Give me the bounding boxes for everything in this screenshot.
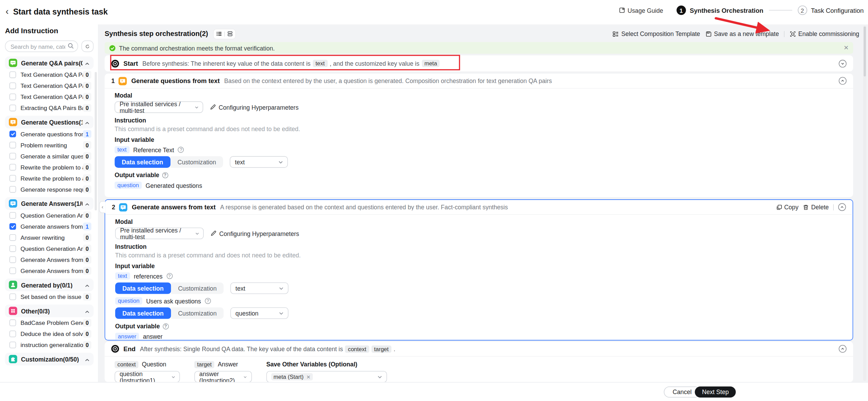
checkbox[interactable] xyxy=(9,212,16,219)
checkbox[interactable] xyxy=(9,293,16,300)
sidebar-item[interactable]: BadCase Problem Generaliz...0 xyxy=(5,317,93,328)
sidebar-item[interactable]: Generate response requirem...0 xyxy=(5,184,93,195)
sidebar-group-header[interactable]: Other(0/3) xyxy=(5,304,93,317)
count-badge: 0 xyxy=(83,341,91,349)
enable-commissioning-button[interactable]: Enable commissioning xyxy=(789,30,859,37)
checkbox[interactable] xyxy=(9,71,16,78)
checkbox[interactable] xyxy=(9,223,16,230)
refresh-button[interactable] xyxy=(81,40,93,52)
view-toggle[interactable] xyxy=(213,29,235,38)
end-node-card[interactable]: End After synthesis: Single Round QA dat… xyxy=(104,341,853,382)
sidebar-item-label: BadCase Problem Generaliz... xyxy=(20,319,83,326)
collapse-panel-handle[interactable]: ‹ xyxy=(99,201,105,213)
save-other-variables-select[interactable]: meta (Start) ✕ xyxy=(266,371,387,382)
sidebar-item[interactable]: Answer rewriting0 xyxy=(5,232,93,243)
modal-select[interactable]: Pre installed services / multi-test xyxy=(115,101,203,113)
checkbox[interactable] xyxy=(9,82,16,89)
list-view-icon[interactable] xyxy=(216,31,222,37)
checkbox[interactable] xyxy=(9,245,16,252)
chevron-up-icon[interactable] xyxy=(85,199,90,209)
checkbox[interactable] xyxy=(9,164,16,171)
tab-data-selection[interactable]: Data selection xyxy=(115,156,170,168)
input-value-select[interactable]: text xyxy=(230,156,288,168)
delete-button[interactable]: Delete xyxy=(803,204,829,210)
chevron-up-icon[interactable] xyxy=(85,117,90,127)
sidebar-item[interactable]: Text Generation Q&A Pair_Tr...0 xyxy=(5,69,93,80)
tab-customization[interactable]: Customization xyxy=(170,156,223,168)
instruction-1-description: Based on the context entered by the user… xyxy=(224,78,839,84)
sidebar-group-header[interactable]: Generate Q&A pairs(0/4) xyxy=(5,56,93,69)
checkbox[interactable] xyxy=(9,330,16,337)
instruction-card-2[interactable]: ‹ 2 Generate answers from text A respons… xyxy=(104,199,853,340)
checkbox[interactable] xyxy=(9,175,16,182)
target-source-select[interactable]: answer (Instruction2) xyxy=(194,371,252,382)
sidebar-group-header[interactable]: Customization(0/50) xyxy=(5,353,93,365)
next-step-button[interactable]: Next Step xyxy=(695,386,736,398)
back-icon[interactable]: ‹ xyxy=(6,6,9,17)
sidebar-item[interactable]: Rewrite the problem to a low...0 xyxy=(5,162,93,173)
checkbox[interactable] xyxy=(9,234,16,241)
sidebar-item[interactable]: Rewrite the problem to a high...0 xyxy=(5,173,93,184)
instruction-card-1[interactable]: 1 ? Generate questions from text Based o… xyxy=(104,74,853,197)
chevron-up-icon[interactable] xyxy=(85,58,90,68)
tab-data-selection[interactable]: Data selection xyxy=(115,282,171,294)
remove-tag-icon[interactable]: ✕ xyxy=(307,374,311,380)
checkbox[interactable] xyxy=(9,256,16,263)
tab-data-selection[interactable]: Data selection xyxy=(115,307,171,319)
sidebar-item[interactable]: Text Generation Q&A Pair_Fil...0 xyxy=(5,80,93,91)
sidebar-item[interactable]: Question Generation Answers0 xyxy=(5,210,93,221)
sidebar-item[interactable]: Problem rewriting0 xyxy=(5,139,93,151)
checkbox[interactable] xyxy=(9,142,16,148)
sidebar-item[interactable]: Extracting Q&A Pairs Based ...0 xyxy=(5,102,93,113)
sidebar-group-header[interactable]: ?Generate Questions(1/6) xyxy=(5,116,93,128)
tab-customization[interactable]: Customization xyxy=(171,307,224,319)
expand-button[interactable] xyxy=(839,60,846,67)
chevron-up-icon[interactable] xyxy=(85,354,90,364)
chevron-up-icon[interactable] xyxy=(85,306,90,316)
checkbox[interactable] xyxy=(9,131,16,137)
input-value-select[interactable]: question xyxy=(230,307,289,319)
modal-select[interactable]: Pre installed services / multi-test xyxy=(115,228,204,239)
sidebar-item[interactable]: Generate answers from text1 xyxy=(5,221,93,232)
sidebar-item[interactable]: Generate Answers from Text_...0 xyxy=(5,254,93,265)
sidebar-item[interactable]: Generate questions from text1 xyxy=(5,128,93,139)
checkbox[interactable] xyxy=(9,267,16,274)
trash-icon xyxy=(803,204,809,210)
copy-button[interactable]: Copy xyxy=(776,204,798,210)
select-composition-template-button[interactable]: Select Composition Template xyxy=(612,30,700,37)
banner-close-icon[interactable]: ✕ xyxy=(844,44,849,52)
context-source-select[interactable]: question (Instruction1) xyxy=(115,371,180,382)
configure-hyperparameters-button[interactable]: Configuring Hyperparameters xyxy=(210,104,299,110)
sidebar-item[interactable]: Set based on the issue gener...0 xyxy=(5,291,93,302)
sidebar-item[interactable]: instruction generalization0 xyxy=(5,339,93,350)
sidebar-item[interactable]: Deduce the idea of solving th...0 xyxy=(5,328,93,339)
sidebar-scrollbar[interactable] xyxy=(95,72,97,210)
collapse-button[interactable] xyxy=(839,77,846,84)
checkbox[interactable] xyxy=(9,104,16,111)
instruction-note: This command is a preset command and doe… xyxy=(115,126,843,132)
chevron-up-icon[interactable] xyxy=(85,280,90,290)
collapse-button[interactable] xyxy=(838,203,846,211)
save-as-new-template-button[interactable]: Save as a new template xyxy=(705,30,779,37)
main-scrollbar[interactable] xyxy=(863,26,867,381)
collapse-button[interactable] xyxy=(839,345,846,353)
checkbox[interactable] xyxy=(9,341,16,348)
card-view-icon[interactable] xyxy=(227,31,233,37)
search-input[interactable] xyxy=(5,40,78,52)
input-value-select[interactable]: text xyxy=(230,282,289,294)
checkbox[interactable] xyxy=(9,319,16,326)
sidebar-item[interactable]: Question Generation Answer...0 xyxy=(5,243,93,254)
checkbox[interactable] xyxy=(9,153,16,160)
checkbox[interactable] xyxy=(9,186,16,193)
checkbox[interactable] xyxy=(9,93,16,100)
usage-guide-button[interactable]: Usage Guide xyxy=(619,7,663,13)
sidebar-group-header[interactable]: Generated by(0/1) xyxy=(5,279,93,291)
sidebar-item[interactable]: Text Generation Q&A Pair_Q&A0 xyxy=(5,91,93,102)
sidebar-item[interactable]: Generate a similar question_f...0 xyxy=(5,151,93,162)
sidebar-group-header[interactable]: Generate Answers(1/6) xyxy=(5,197,93,210)
tab-customization[interactable]: Customization xyxy=(171,282,224,294)
start-node-card[interactable]: Start Before synthesis: The inherent key… xyxy=(104,55,853,71)
chevron-down-icon xyxy=(172,375,175,379)
configure-hyperparameters-button[interactable]: Configuring Hyperparameters xyxy=(210,230,299,237)
sidebar-item[interactable]: Generate Answers from Text_...0 xyxy=(5,265,93,276)
